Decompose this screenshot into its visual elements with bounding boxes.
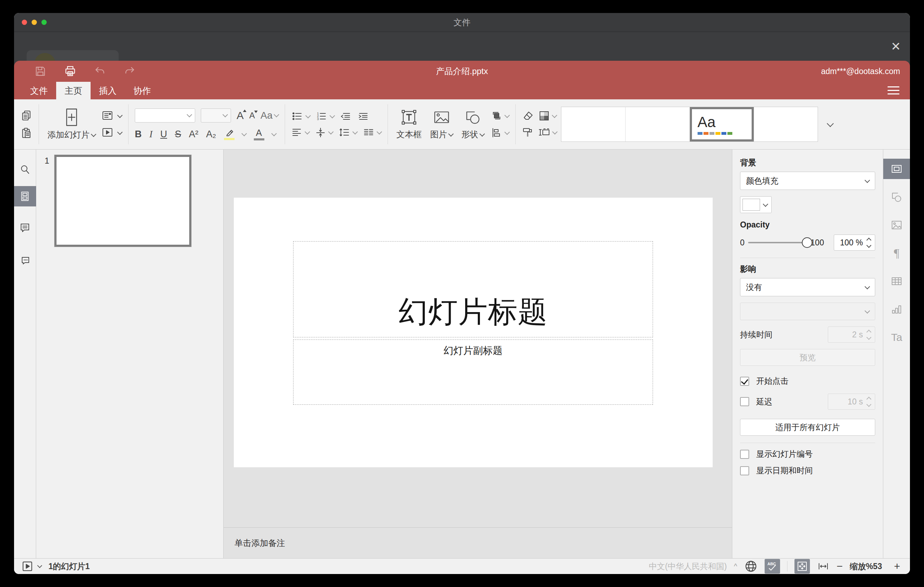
chart-settings-tab[interactable]	[883, 299, 910, 320]
font-name-combo[interactable]	[135, 109, 195, 122]
decrease-font-button[interactable]: A	[249, 110, 255, 120]
opacity-slider-handle[interactable]	[802, 237, 812, 248]
subtitle-placeholder[interactable]: 幻灯片副标题	[293, 340, 653, 405]
dialog-header-band: ✕	[14, 32, 910, 61]
start-preview-button[interactable]	[21, 560, 34, 572]
document-language[interactable]: 中文(中华人民共和国)	[649, 561, 727, 572]
opacity-max: 100	[810, 238, 824, 247]
start-on-click-checkbox[interactable]	[740, 377, 749, 386]
paste-button[interactable]	[20, 127, 32, 139]
line-spacing-button[interactable]	[338, 127, 350, 138]
bullets-button[interactable]	[291, 111, 303, 122]
fit-to-slide-button[interactable]	[794, 559, 810, 574]
theme-tile[interactable]	[625, 107, 690, 142]
spell-check-button[interactable]: ABC	[765, 559, 780, 574]
opacity-spinner[interactable]: 100 %	[834, 234, 875, 251]
horizontal-align-button[interactable]	[291, 127, 303, 138]
vertical-align-button[interactable]	[315, 127, 326, 138]
ribbon-tabs: 文件 主页 插入 协作	[14, 82, 910, 99]
slide-surface[interactable]: 幻灯片标题 幻灯片副标题	[234, 198, 713, 467]
fit-to-width-button[interactable]	[817, 561, 830, 572]
theme-color-chips	[698, 132, 754, 135]
shape-fill-button[interactable]	[538, 110, 557, 121]
insert-image-button[interactable]: 图片	[428, 109, 455, 140]
slide-size-button[interactable]	[538, 127, 557, 138]
slide-indicator: 1的幻灯片1	[48, 561, 90, 572]
subscript-button[interactable]: A₂	[206, 129, 216, 140]
theme-tile[interactable]	[561, 107, 625, 142]
right-icon-sidebar: ¶ Ta	[883, 150, 910, 558]
highlight-color-button[interactable]	[224, 129, 234, 140]
columns-button[interactable]	[363, 127, 375, 138]
show-date-time-checkbox[interactable]	[740, 466, 749, 475]
slide-settings-tab[interactable]	[883, 159, 910, 179]
effect-type-select[interactable]	[740, 303, 875, 320]
close-icon[interactable]: ✕	[891, 40, 901, 52]
theme-gallery-expand-button[interactable]	[822, 107, 838, 142]
duration-spinner[interactable]: 2 s	[828, 326, 875, 343]
copy-style-button[interactable]	[522, 127, 534, 138]
slide-thumbnail[interactable]	[54, 155, 191, 247]
zoom-level[interactable]: 缩放%53	[850, 561, 882, 572]
arrange-button[interactable]	[490, 110, 509, 122]
text-art-settings-tab[interactable]: Ta	[883, 327, 910, 348]
font-size-combo[interactable]	[201, 109, 231, 122]
language-caret-icon: ^	[734, 562, 737, 571]
slides-panel-button[interactable]	[14, 186, 36, 206]
chat-panel-button[interactable]	[14, 250, 36, 270]
paragraph-settings-tab[interactable]: ¶	[883, 243, 910, 263]
title-placeholder[interactable]: 幻灯片标题	[293, 241, 653, 337]
change-layout-button[interactable]	[102, 110, 122, 122]
add-slide-button[interactable]: 添加幻灯片	[45, 108, 97, 140]
text-box-label: 文本框	[396, 129, 422, 140]
decrease-indent-button[interactable]	[340, 111, 352, 122]
align-shapes-button[interactable]	[490, 127, 509, 139]
insert-shape-button[interactable]: 形状	[459, 109, 486, 140]
tab-home[interactable]: 主页	[56, 82, 91, 99]
tab-collaboration[interactable]: 协作	[125, 82, 159, 99]
apply-to-all-slides-button[interactable]: 适用于所有幻灯片	[740, 419, 875, 436]
clear-style-button[interactable]	[522, 110, 534, 121]
zoom-out-button[interactable]: −	[837, 561, 843, 572]
menu-icon[interactable]	[888, 86, 899, 94]
underline-button[interactable]: U	[160, 129, 167, 140]
notes-placeholder: 单击添加备注	[234, 538, 285, 549]
change-case-button[interactable]: Aa	[261, 110, 279, 121]
shape-settings-tab[interactable]	[883, 187, 910, 207]
copy-button[interactable]	[20, 110, 32, 122]
ribbon-toolbar: 添加幻灯片 A	[14, 99, 910, 150]
start-on-click-label: 开始点击	[756, 376, 789, 386]
tab-insert[interactable]: 插入	[91, 82, 125, 99]
delay-spinner[interactable]: 10 s	[828, 394, 875, 410]
opacity-label: Opacity	[740, 220, 875, 229]
fill-color-picker[interactable]	[740, 196, 772, 213]
superscript-button[interactable]: A²	[189, 129, 198, 140]
show-slide-number-checkbox[interactable]	[740, 450, 749, 459]
paragraph-glyph: ¶	[894, 246, 899, 260]
italic-button[interactable]: I	[150, 129, 153, 140]
image-settings-tab[interactable]	[883, 215, 910, 235]
start-slideshow-button[interactable]	[102, 127, 122, 139]
increase-font-button[interactable]: A	[237, 110, 244, 122]
delay-checkbox[interactable]	[740, 397, 749, 406]
effect-select[interactable]: 没有	[740, 278, 875, 296]
search-panel-button[interactable]	[14, 159, 36, 180]
opacity-slider[interactable]	[748, 242, 807, 243]
fill-type-select[interactable]: 颜色填充	[740, 171, 875, 190]
set-language-button[interactable]	[744, 560, 757, 573]
font-color-button[interactable]: A	[254, 128, 264, 140]
comments-panel-button[interactable]	[14, 218, 36, 238]
tab-file[interactable]: 文件	[22, 82, 56, 99]
theme-tile-selected[interactable]: Aa	[690, 107, 754, 142]
text-box-button[interactable]: 文本框	[394, 109, 424, 140]
increase-indent-button[interactable]	[357, 111, 369, 122]
table-settings-tab[interactable]	[883, 271, 910, 292]
preview-button[interactable]: 预览	[740, 349, 875, 366]
notes-area[interactable]: 单击添加备注	[224, 527, 732, 558]
theme-tile[interactable]	[754, 107, 818, 142]
show-date-time-label: 显示日期和时间	[756, 465, 813, 476]
numbering-button[interactable]: 123	[315, 111, 328, 122]
bold-button[interactable]: B	[135, 129, 142, 140]
zoom-in-button[interactable]: +	[894, 561, 900, 572]
strikeout-button[interactable]: S	[175, 129, 181, 140]
